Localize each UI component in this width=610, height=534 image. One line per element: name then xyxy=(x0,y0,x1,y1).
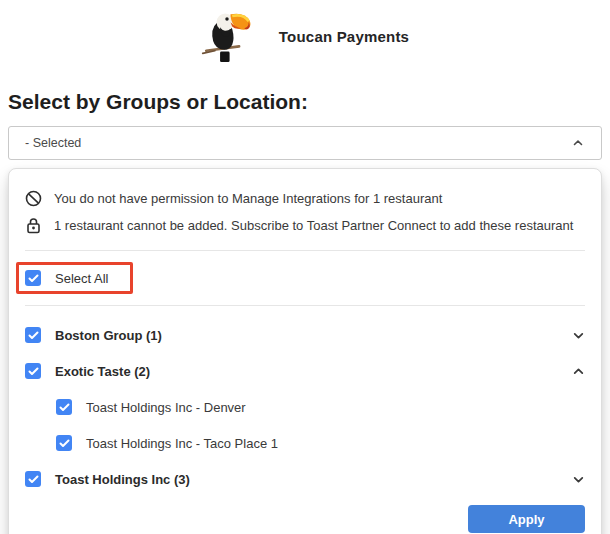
select-all-checkbox[interactable] xyxy=(25,270,41,286)
page-title: Select by Groups or Location: xyxy=(8,90,602,114)
restaurant-checkbox[interactable] xyxy=(56,399,72,415)
select-all-label[interactable]: Select All xyxy=(55,271,108,286)
dropdown-panel: You do not have permission to Manage Int… xyxy=(8,168,602,534)
no-permission-icon xyxy=(25,190,42,207)
divider xyxy=(25,250,585,251)
group-row-toast-holdings[interactable]: Toast Holdings Inc (3) xyxy=(25,461,585,497)
notice-no-permission: You do not have permission to Manage Int… xyxy=(25,185,585,212)
restaurant-checkbox[interactable] xyxy=(56,435,72,451)
restaurant-label: Toast Holdings Inc - Taco Place 1 xyxy=(86,436,278,451)
select-all-highlight-box: Select All xyxy=(16,262,133,294)
chevron-down-icon[interactable] xyxy=(571,328,585,342)
group-row-boston-group[interactable]: Boston Group (1) xyxy=(25,317,585,353)
group-label: Boston Group (1) xyxy=(55,328,162,343)
group-label: Toast Holdings Inc (3) xyxy=(55,472,190,487)
app-title: Toucan Payments xyxy=(279,28,409,45)
lock-icon xyxy=(25,217,42,234)
notice-cannot-add: 1 restaurant cannot be added. Subscribe … xyxy=(25,212,585,239)
restaurant-row-denver[interactable]: Toast Holdings Inc - Denver xyxy=(56,389,585,425)
group-checkbox[interactable] xyxy=(25,327,41,343)
group-checkbox[interactable] xyxy=(25,471,41,487)
restaurant-row-taco-place[interactable]: Toast Holdings Inc - Taco Place 1 xyxy=(56,425,585,461)
toucan-logo-icon xyxy=(201,7,253,65)
chevron-down-icon[interactable] xyxy=(571,472,585,486)
restaurant-label: Toast Holdings Inc - Denver xyxy=(86,400,246,415)
group-label: Exotic Taste (2) xyxy=(55,364,150,379)
notice-text: 1 restaurant cannot be added. Subscribe … xyxy=(54,218,573,233)
chevron-up-icon[interactable] xyxy=(571,136,585,150)
chevron-up-icon[interactable] xyxy=(571,364,585,378)
divider xyxy=(25,305,585,306)
group-row-exotic-taste[interactable]: Exotic Taste (2) xyxy=(25,353,585,389)
apply-button[interactable]: Apply xyxy=(468,505,585,533)
group-checkbox[interactable] xyxy=(25,363,41,379)
group-location-dropdown[interactable]: - Selected xyxy=(8,126,602,160)
app-header: Toucan Payments xyxy=(0,0,610,66)
dropdown-selected-value: - Selected xyxy=(25,136,81,150)
notice-text: You do not have permission to Manage Int… xyxy=(54,191,442,206)
